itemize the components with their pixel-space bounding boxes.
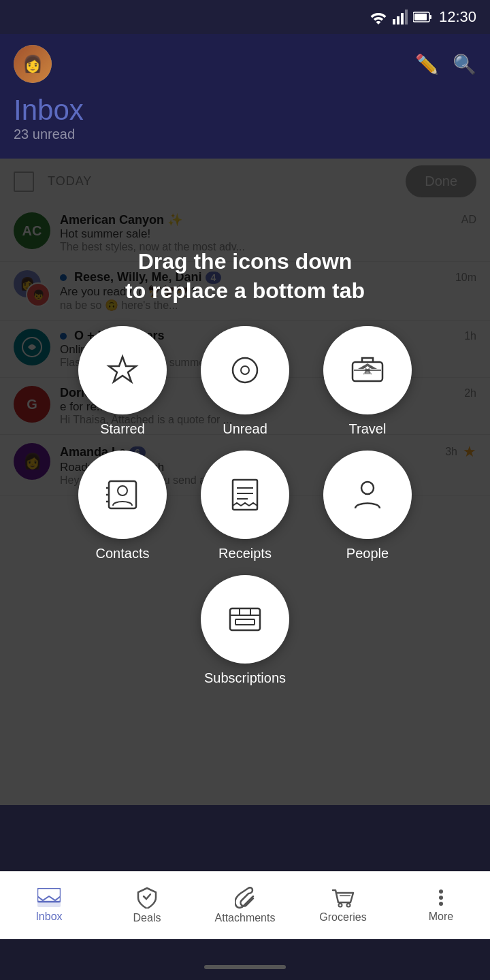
svg-rect-6 [414,14,427,20]
nav-label-more: More [429,911,453,923]
people-label: People [346,546,389,561]
header-actions: ✏️ 🔍 [415,53,476,76]
subscriptions-label: Subscriptions [204,670,286,686]
icon-grid: Starred Unread [68,326,422,561]
star-icon [103,351,142,389]
search-icon[interactable]: 🔍 [453,53,476,76]
svg-rect-5 [429,15,431,19]
unread-icon [226,351,264,389]
unread-label: Unread [223,421,267,437]
travel-icon-circle [323,326,412,414]
main-content: TODAY Done AC American Canyon ✨ AD Hot s… [0,159,490,805]
avatar[interactable]: 👩 [14,45,52,83]
contacts-label: Contacts [96,546,150,561]
svg-point-28 [347,904,350,907]
travel-icon-item[interactable]: Travel [313,326,422,437]
people-icon-circle [323,451,412,539]
header-top: 👩 ✏️ 🔍 [14,45,476,83]
home-indicator [204,965,286,969]
subscriptions-icon-item[interactable]: Subscriptions [201,575,289,686]
nav-item-attachments[interactable]: Attachments [196,887,294,924]
svg-point-32 [439,902,443,906]
nav-item-more[interactable]: More [392,888,490,923]
svg-rect-1 [397,16,399,24]
receipts-label: Receipts [218,546,272,561]
receipts-icon-item[interactable]: Receipts [191,451,299,561]
nav-label-deals: Deals [133,912,161,924]
more-nav-icon [431,888,451,907]
starred-label: Starred [100,421,145,437]
subscriptions-icon [226,600,264,638]
compose-icon[interactable]: ✏️ [415,53,439,76]
svg-point-31 [439,896,443,900]
nav-label-attachments: Attachments [215,912,276,924]
nav-label-groceries: Groceries [319,911,366,924]
contacts-icon [103,476,142,514]
svg-point-13 [118,486,127,495]
svg-point-9 [241,366,249,374]
svg-point-8 [233,358,257,382]
nav-item-deals[interactable]: Deals [98,887,196,924]
svg-rect-2 [401,13,404,24]
people-icon [348,476,387,514]
people-icon-item[interactable]: People [313,451,422,561]
receipts-icon [226,476,264,514]
svg-rect-17 [233,480,257,510]
svg-rect-0 [393,19,395,24]
status-icons [370,10,432,24]
status-time: 12:30 [439,8,476,26]
svg-rect-11 [365,369,370,374]
header-title: Inbox [14,94,476,127]
contacts-icon-circle [78,451,167,539]
starred-icon-item[interactable]: Starred [68,326,177,437]
header: 👩 ✏️ 🔍 Inbox 23 unread [0,34,490,159]
svg-point-30 [439,889,443,894]
contacts-icon-item[interactable]: Contacts [68,451,177,561]
bottom-nav: Inbox Deals Attachments Groceries More [0,871,490,939]
svg-point-27 [339,904,342,907]
groceries-nav-icon [331,887,355,908]
svg-rect-3 [405,10,408,24]
subscriptions-icon-circle [201,575,289,664]
svg-point-21 [361,482,374,494]
nav-item-inbox[interactable]: Inbox [0,888,98,923]
inbox-nav-icon [37,888,61,907]
attachments-nav-icon [235,887,255,909]
status-bar: 12:30 [0,0,490,34]
overlay-instruction: Drag the icons downto replace a bottom t… [98,247,392,306]
drag-overlay: Drag the icons downto replace a bottom t… [0,159,490,805]
unread-icon-item[interactable]: Unread [191,326,299,437]
travel-label: Travel [349,421,387,437]
nav-label-inbox: Inbox [35,911,62,923]
signal-icon [393,10,408,24]
nav-item-groceries[interactable]: Groceries [294,887,392,924]
header-subtitle: 23 unread [14,127,476,142]
starred-icon-circle [78,326,167,414]
battery-icon [413,11,432,23]
icon-grid-bottom: Subscriptions [201,575,289,686]
wifi-icon [370,10,387,24]
svg-rect-26 [37,902,61,907]
deals-nav-icon [137,887,157,909]
receipts-icon-circle [201,451,289,539]
svg-rect-24 [235,619,255,625]
travel-icon [348,351,387,389]
unread-icon-circle [201,326,289,414]
